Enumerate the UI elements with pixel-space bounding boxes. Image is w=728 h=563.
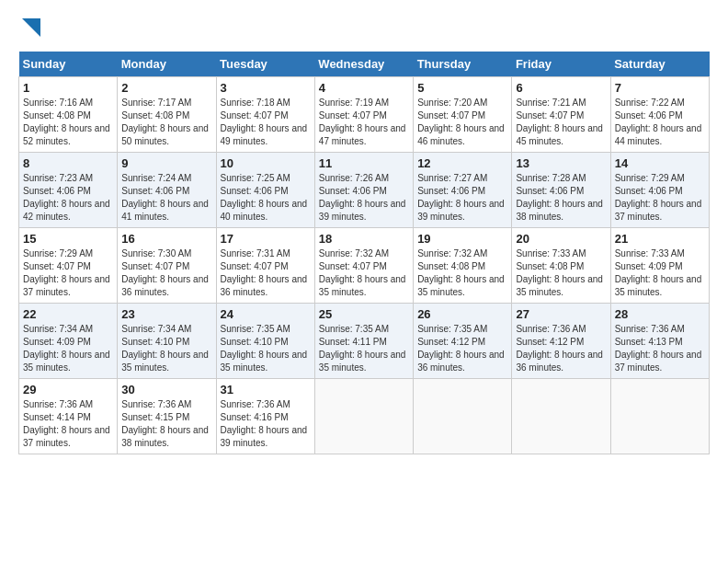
calendar-cell: 29Sunrise: 7:36 AMSunset: 4:14 PMDayligh… bbox=[19, 379, 118, 454]
day-info: Sunrise: 7:34 AMSunset: 4:09 PMDaylight:… bbox=[23, 323, 113, 374]
day-number: 12 bbox=[417, 156, 507, 170]
day-info: Sunrise: 7:18 AMSunset: 4:07 PMDaylight:… bbox=[221, 97, 311, 148]
calendar-cell: 22Sunrise: 7:34 AMSunset: 4:09 PMDayligh… bbox=[19, 304, 118, 379]
calendar-table: SundayMondayTuesdayWednesdayThursdayFrid… bbox=[18, 52, 710, 454]
calendar-cell: 3Sunrise: 7:18 AMSunset: 4:07 PMDaylight… bbox=[216, 77, 314, 153]
day-info: Sunrise: 7:20 AMSunset: 4:07 PMDaylight:… bbox=[417, 97, 507, 148]
calendar-cell bbox=[610, 379, 709, 454]
day-number: 4 bbox=[319, 81, 409, 95]
logo bbox=[18, 18, 40, 42]
day-number: 21 bbox=[615, 232, 705, 246]
svg-marker-0 bbox=[22, 18, 40, 37]
day-info: Sunrise: 7:35 AMSunset: 4:10 PMDaylight:… bbox=[221, 323, 311, 374]
weekday-header-thursday: Thursday bbox=[414, 52, 512, 77]
calendar-cell: 28Sunrise: 7:36 AMSunset: 4:13 PMDayligh… bbox=[610, 304, 709, 379]
day-info: Sunrise: 7:32 AMSunset: 4:07 PMDaylight:… bbox=[319, 247, 409, 299]
calendar-week-row: 1Sunrise: 7:16 AMSunset: 4:08 PMDaylight… bbox=[19, 77, 710, 153]
weekday-header-saturday: Saturday bbox=[610, 52, 709, 77]
calendar-cell: 11Sunrise: 7:26 AMSunset: 4:06 PMDayligh… bbox=[314, 153, 413, 228]
day-number: 8 bbox=[23, 156, 113, 170]
day-number: 16 bbox=[121, 232, 211, 246]
day-number: 15 bbox=[23, 232, 113, 246]
day-number: 20 bbox=[516, 232, 606, 246]
day-info: Sunrise: 7:30 AMSunset: 4:07 PMDaylight:… bbox=[121, 247, 211, 299]
calendar-cell: 7Sunrise: 7:22 AMSunset: 4:06 PMDaylight… bbox=[610, 77, 709, 153]
day-number: 13 bbox=[516, 156, 606, 170]
day-number: 2 bbox=[121, 81, 211, 95]
weekday-header-wednesday: Wednesday bbox=[314, 52, 413, 77]
day-info: Sunrise: 7:26 AMSunset: 4:06 PMDaylight:… bbox=[319, 172, 409, 224]
weekday-header-monday: Monday bbox=[118, 52, 216, 77]
day-info: Sunrise: 7:36 AMSunset: 4:16 PMDaylight:… bbox=[221, 398, 311, 450]
day-number: 1 bbox=[23, 81, 113, 95]
day-info: Sunrise: 7:16 AMSunset: 4:08 PMDaylight:… bbox=[23, 97, 113, 148]
day-number: 19 bbox=[417, 232, 507, 246]
day-info: Sunrise: 7:21 AMSunset: 4:07 PMDaylight:… bbox=[516, 97, 606, 148]
calendar-cell: 27Sunrise: 7:36 AMSunset: 4:12 PMDayligh… bbox=[512, 304, 610, 379]
day-info: Sunrise: 7:36 AMSunset: 4:15 PMDaylight:… bbox=[121, 398, 211, 450]
calendar-week-row: 8Sunrise: 7:23 AMSunset: 4:06 PMDaylight… bbox=[19, 153, 710, 228]
day-number: 28 bbox=[615, 307, 705, 321]
day-info: Sunrise: 7:35 AMSunset: 4:12 PMDaylight:… bbox=[417, 323, 507, 374]
calendar-cell: 5Sunrise: 7:20 AMSunset: 4:07 PMDaylight… bbox=[414, 77, 512, 153]
calendar-cell: 2Sunrise: 7:17 AMSunset: 4:08 PMDaylight… bbox=[118, 77, 216, 153]
calendar-cell: 20Sunrise: 7:33 AMSunset: 4:08 PMDayligh… bbox=[512, 228, 610, 304]
calendar-cell: 6Sunrise: 7:21 AMSunset: 4:07 PMDaylight… bbox=[512, 77, 610, 153]
calendar-cell bbox=[512, 379, 610, 454]
calendar-cell: 24Sunrise: 7:35 AMSunset: 4:10 PMDayligh… bbox=[216, 304, 314, 379]
day-info: Sunrise: 7:33 AMSunset: 4:08 PMDaylight:… bbox=[516, 247, 606, 299]
day-info: Sunrise: 7:33 AMSunset: 4:09 PMDaylight:… bbox=[615, 247, 705, 299]
day-number: 17 bbox=[221, 232, 311, 246]
calendar-cell: 4Sunrise: 7:19 AMSunset: 4:07 PMDaylight… bbox=[314, 77, 413, 153]
day-info: Sunrise: 7:27 AMSunset: 4:06 PMDaylight:… bbox=[417, 172, 507, 224]
day-info: Sunrise: 7:31 AMSunset: 4:07 PMDaylight:… bbox=[221, 247, 311, 299]
calendar-cell: 21Sunrise: 7:33 AMSunset: 4:09 PMDayligh… bbox=[610, 228, 709, 304]
calendar-week-row: 22Sunrise: 7:34 AMSunset: 4:09 PMDayligh… bbox=[19, 304, 710, 379]
calendar-cell: 15Sunrise: 7:29 AMSunset: 4:07 PMDayligh… bbox=[19, 228, 118, 304]
calendar-cell: 1Sunrise: 7:16 AMSunset: 4:08 PMDaylight… bbox=[19, 77, 118, 153]
weekday-header-friday: Friday bbox=[512, 52, 610, 77]
day-info: Sunrise: 7:35 AMSunset: 4:11 PMDaylight:… bbox=[319, 323, 409, 374]
day-number: 5 bbox=[417, 81, 507, 95]
day-number: 30 bbox=[121, 383, 211, 396]
header bbox=[18, 18, 710, 42]
day-number: 10 bbox=[221, 156, 311, 170]
day-info: Sunrise: 7:23 AMSunset: 4:06 PMDaylight:… bbox=[23, 172, 113, 224]
day-number: 9 bbox=[121, 156, 211, 170]
day-number: 26 bbox=[417, 307, 507, 321]
day-number: 27 bbox=[516, 307, 606, 321]
day-number: 23 bbox=[121, 307, 211, 321]
calendar-week-row: 29Sunrise: 7:36 AMSunset: 4:14 PMDayligh… bbox=[19, 379, 710, 454]
day-number: 24 bbox=[221, 307, 311, 321]
day-info: Sunrise: 7:22 AMSunset: 4:06 PMDaylight:… bbox=[615, 97, 705, 148]
calendar-cell: 23Sunrise: 7:34 AMSunset: 4:10 PMDayligh… bbox=[118, 304, 216, 379]
day-number: 14 bbox=[615, 156, 705, 170]
day-info: Sunrise: 7:29 AMSunset: 4:07 PMDaylight:… bbox=[23, 247, 113, 299]
calendar-cell: 13Sunrise: 7:28 AMSunset: 4:06 PMDayligh… bbox=[512, 153, 610, 228]
calendar-cell: 18Sunrise: 7:32 AMSunset: 4:07 PMDayligh… bbox=[314, 228, 413, 304]
day-info: Sunrise: 7:19 AMSunset: 4:07 PMDaylight:… bbox=[319, 97, 409, 148]
day-number: 25 bbox=[319, 307, 409, 321]
weekday-header-sunday: Sunday bbox=[19, 52, 118, 77]
calendar-cell: 31Sunrise: 7:36 AMSunset: 4:16 PMDayligh… bbox=[216, 379, 314, 454]
calendar-cell bbox=[414, 379, 512, 454]
day-info: Sunrise: 7:36 AMSunset: 4:12 PMDaylight:… bbox=[516, 323, 606, 374]
day-number: 3 bbox=[221, 81, 311, 95]
calendar-cell: 12Sunrise: 7:27 AMSunset: 4:06 PMDayligh… bbox=[414, 153, 512, 228]
day-number: 29 bbox=[23, 383, 113, 396]
calendar-cell bbox=[314, 379, 413, 454]
day-info: Sunrise: 7:24 AMSunset: 4:06 PMDaylight:… bbox=[121, 172, 211, 224]
day-info: Sunrise: 7:17 AMSunset: 4:08 PMDaylight:… bbox=[121, 97, 211, 148]
weekday-header-tuesday: Tuesday bbox=[216, 52, 314, 77]
calendar-cell: 26Sunrise: 7:35 AMSunset: 4:12 PMDayligh… bbox=[414, 304, 512, 379]
day-info: Sunrise: 7:25 AMSunset: 4:06 PMDaylight:… bbox=[221, 172, 311, 224]
day-info: Sunrise: 7:34 AMSunset: 4:10 PMDaylight:… bbox=[121, 323, 211, 374]
day-number: 6 bbox=[516, 81, 606, 95]
calendar-cell: 16Sunrise: 7:30 AMSunset: 4:07 PMDayligh… bbox=[118, 228, 216, 304]
calendar-cell: 8Sunrise: 7:23 AMSunset: 4:06 PMDaylight… bbox=[19, 153, 118, 228]
logo-arrow-icon bbox=[22, 18, 40, 40]
day-info: Sunrise: 7:36 AMSunset: 4:14 PMDaylight:… bbox=[23, 398, 113, 450]
calendar-cell: 30Sunrise: 7:36 AMSunset: 4:15 PMDayligh… bbox=[118, 379, 216, 454]
day-info: Sunrise: 7:29 AMSunset: 4:06 PMDaylight:… bbox=[615, 172, 705, 224]
calendar-cell: 9Sunrise: 7:24 AMSunset: 4:06 PMDaylight… bbox=[118, 153, 216, 228]
